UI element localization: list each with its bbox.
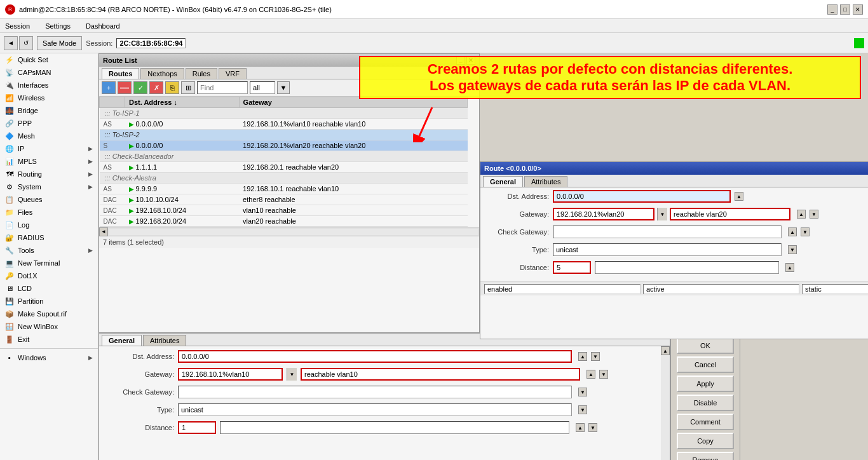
dst-address-input[interactable] bbox=[553, 190, 731, 203]
enable-route-button[interactable]: ✓ bbox=[133, 81, 147, 94]
horizontal-scrollbar[interactable]: ◄ bbox=[99, 227, 479, 236]
bottom-distance-scroll-up[interactable]: ▲ bbox=[576, 423, 585, 432]
gateway-input[interactable] bbox=[553, 208, 654, 220]
bottom-form-scrollbar[interactable]: ▲ ▼ bbox=[661, 346, 670, 460]
distance-extra-input[interactable] bbox=[595, 261, 779, 274]
maximize-button[interactable]: □ bbox=[840, 4, 850, 15]
bottom-type-input[interactable] bbox=[178, 403, 572, 416]
bottom-gateway-scroll-down[interactable]: ▼ bbox=[599, 370, 608, 379]
close-button[interactable]: ✕ bbox=[853, 4, 863, 15]
filter-button[interactable]: ⊞ bbox=[181, 81, 195, 94]
bottom-gateway-scroll-up[interactable]: ▲ bbox=[587, 370, 595, 379]
tab-bottom-attributes[interactable]: Attributes bbox=[143, 335, 186, 346]
menu-session[interactable]: Session bbox=[3, 21, 32, 31]
sidebar-item-partition[interactable]: 💾 Partition bbox=[0, 295, 98, 308]
gateway-scroll-up[interactable]: ▲ bbox=[797, 210, 806, 219]
search-input[interactable] bbox=[197, 81, 248, 94]
bottom-gateway-suffix-input[interactable] bbox=[301, 368, 580, 381]
minimize-button[interactable]: _ bbox=[827, 4, 837, 15]
bottom-type-scroll-down[interactable]: ▼ bbox=[578, 405, 587, 414]
bottom-scroll-up[interactable]: ▲ bbox=[661, 346, 670, 355]
check-gateway-scroll[interactable]: ▲ bbox=[788, 227, 797, 236]
bottom-check-scroll-down[interactable]: ▼ bbox=[578, 388, 587, 396]
tab-nexthops[interactable]: Nexthops bbox=[140, 68, 184, 79]
sidebar-item-lcd[interactable]: 🖥 LCD bbox=[0, 282, 98, 295]
sidebar-item-files[interactable]: 📁 Files bbox=[0, 206, 98, 219]
tab-routes[interactable]: Routes bbox=[102, 68, 139, 79]
search-dropdown-button[interactable]: ▼ bbox=[277, 81, 290, 94]
bottom-dst-scroll-up[interactable]: ▲ bbox=[578, 352, 587, 361]
safe-mode-button[interactable]: Safe Mode bbox=[37, 36, 82, 50]
sidebar-item-routing[interactable]: 🗺 Routing ▶ bbox=[0, 168, 98, 180]
type-input[interactable] bbox=[553, 243, 782, 256]
sidebar-item-mesh[interactable]: 🔷 Mesh bbox=[0, 130, 98, 142]
sidebar-item-system[interactable]: ⚙ System ▶ bbox=[0, 180, 98, 193]
sidebar-item-new-winbox[interactable]: 🪟 New WinBox bbox=[0, 320, 98, 333]
bottom-distance-input[interactable] bbox=[178, 421, 216, 434]
dst-scroll-up[interactable]: ▲ bbox=[735, 192, 743, 201]
route-row-isp2[interactable]: S ▶ 0.0.0.0/0 192.168.20.1%vlan20 reacha… bbox=[100, 140, 468, 151]
sidebar-item-mpls[interactable]: 📊 MPLS ▶ bbox=[0, 155, 98, 168]
bottom-dst-address-input[interactable] bbox=[178, 350, 572, 363]
type-scroll-down[interactable]: ▼ bbox=[788, 245, 797, 254]
sidebar-item-ppp[interactable]: 🔗 PPP bbox=[0, 117, 98, 130]
sidebar-item-windows[interactable]: ▪ Windows ▶ bbox=[0, 351, 98, 364]
nav-refresh-button[interactable]: ↺ bbox=[19, 36, 33, 50]
sidebar-item-interfaces[interactable]: 🔌 Interfaces bbox=[0, 79, 98, 91]
bottom-dst-scroll-down[interactable]: ▼ bbox=[591, 352, 600, 361]
gateway-suffix-input[interactable] bbox=[670, 208, 790, 220]
copy-route-button[interactable]: ⎘ bbox=[165, 81, 179, 94]
bottom-distance-extra-input[interactable] bbox=[220, 421, 569, 434]
sidebar-item-wireless[interactable]: 📶 Wireless bbox=[0, 91, 98, 104]
apply-button[interactable]: Apply bbox=[677, 375, 734, 392]
gateway-scroll-down[interactable]: ▼ bbox=[810, 210, 818, 219]
sidebar-item-bridge[interactable]: 🌉 Bridge bbox=[0, 104, 98, 117]
add-route-button[interactable]: + bbox=[102, 81, 116, 94]
ok-button[interactable]: OK bbox=[677, 337, 734, 354]
route-row-dac3[interactable]: DAC ▶ 192.168.20.0/24 vlan20 reachable bbox=[100, 216, 468, 227]
disable-route-button[interactable]: ✗ bbox=[149, 81, 163, 94]
sidebar-item-new-terminal[interactable]: 💻 New Terminal bbox=[0, 257, 98, 269]
bottom-gateway-input[interactable] bbox=[178, 368, 283, 381]
route-row-dac2[interactable]: DAC ▶ 192.168.10.0/24 vlan10 reachable bbox=[100, 205, 468, 216]
nav-back-button[interactable]: ◄ bbox=[4, 36, 18, 50]
bottom-check-gateway-input[interactable] bbox=[178, 386, 572, 398]
scroll-left-button[interactable]: ◄ bbox=[99, 227, 108, 236]
sidebar-item-exit[interactable]: 🚪 Exit bbox=[0, 333, 98, 346]
sidebar-item-capsman[interactable]: 📡 CAPsMAN bbox=[0, 66, 98, 79]
sidebar-item-tools[interactable]: 🔧 Tools ▶ bbox=[0, 244, 98, 257]
sidebar-item-radius[interactable]: 🔐 RADIUS bbox=[0, 231, 98, 244]
bottom-distance-scroll-down[interactable]: ▼ bbox=[588, 423, 597, 432]
distance-scroll-up[interactable]: ▲ bbox=[785, 263, 794, 272]
col-dst-address[interactable]: Dst. Address ↓ bbox=[125, 97, 240, 108]
search-all-input[interactable] bbox=[250, 81, 275, 94]
sidebar-item-quickset[interactable]: ⚡ Quick Set bbox=[0, 53, 98, 66]
tab-detail-general[interactable]: General bbox=[483, 176, 523, 187]
distance-input[interactable] bbox=[553, 261, 591, 274]
cancel-button[interactable]: Cancel bbox=[677, 356, 734, 373]
comment-button[interactable]: Comment bbox=[677, 414, 734, 430]
route-row-isp1[interactable]: AS ▶ 0.0.0.0/0 192.168.10.1%vlan10 reach… bbox=[100, 119, 468, 130]
tab-detail-attributes[interactable]: Attributes bbox=[524, 176, 567, 187]
tab-rules[interactable]: Rules bbox=[186, 68, 217, 79]
menu-dashboard[interactable]: Dashboard bbox=[83, 21, 123, 31]
sidebar-item-ip[interactable]: 🌐 IP ▶ bbox=[0, 142, 98, 155]
check-gateway-scroll-down[interactable]: ▼ bbox=[801, 227, 810, 236]
route-row-alestra1[interactable]: AS ▶ 9.9.9.9 192.168.10.1 reachable vlan… bbox=[100, 184, 468, 194]
remove-route-button[interactable]: — bbox=[118, 81, 132, 94]
route-row-dac1[interactable]: DAC ▶ 10.10.10.0/24 ether8 reachable bbox=[100, 194, 468, 205]
bottom-gateway-dropdown[interactable]: ▼ bbox=[287, 368, 297, 381]
remove-button[interactable]: Remove bbox=[677, 452, 734, 460]
tab-bottom-general[interactable]: General bbox=[102, 335, 142, 346]
route-row-balance[interactable]: AS ▶ 1.1.1.1 192.168.20.1 reachable vlan… bbox=[100, 162, 468, 173]
route-detail-titlebar[interactable]: Route <0.0.0.0/0> _ ✕ bbox=[480, 162, 868, 175]
sidebar-item-dot1x[interactable]: 🔑 Dot1X bbox=[0, 269, 98, 282]
window-controls[interactable]: _ □ ✕ bbox=[827, 4, 863, 15]
sidebar-item-queues[interactable]: 📋 Queues bbox=[0, 193, 98, 206]
menu-settings[interactable]: Settings bbox=[43, 21, 73, 31]
sidebar-item-log[interactable]: 📄 Log bbox=[0, 219, 98, 231]
sidebar-item-supout[interactable]: 📦 Make Supout.rif bbox=[0, 308, 98, 320]
tab-vrf[interactable]: VRF bbox=[219, 68, 247, 79]
gateway-dropdown-button[interactable]: ▼ bbox=[657, 208, 667, 220]
check-gateway-input[interactable] bbox=[553, 226, 782, 238]
